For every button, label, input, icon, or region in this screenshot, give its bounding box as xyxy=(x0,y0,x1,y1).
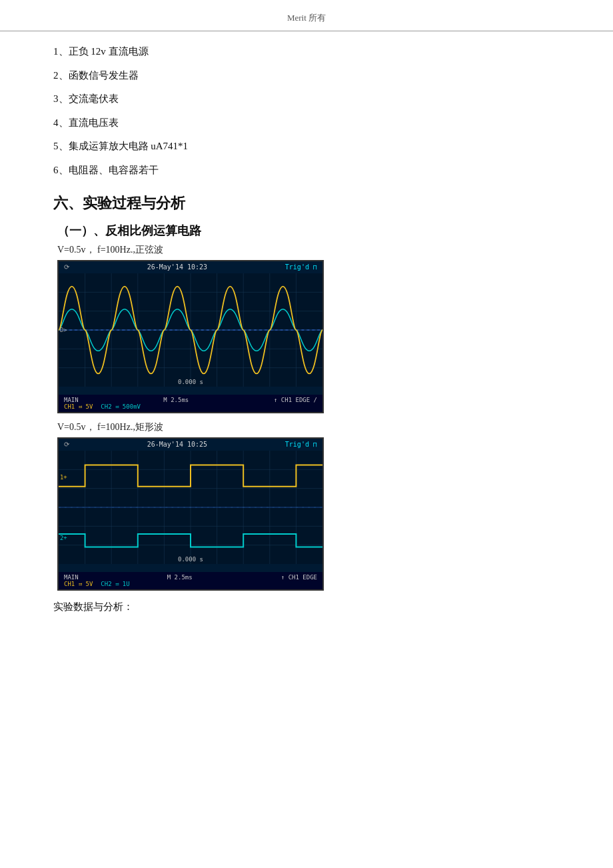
list-item-3: 3、交流毫伏表 xyxy=(53,91,560,108)
main-content: 1、正负 12v 直流电源 2、函数信号发生器 3、交流毫伏表 4、直流电压表 … xyxy=(0,43,613,643)
osc2-footer-row2: CH1 ≕ 5V CH2 ≕ 1U xyxy=(64,581,317,587)
osc1-footer-main-label: MAIN xyxy=(64,397,79,403)
list-item-1: 1、正负 12v 直流电源 xyxy=(53,43,560,61)
osc2-header-center: 26-May'14 10:25 xyxy=(147,441,207,448)
osc2-time-marker: 0.000 s xyxy=(178,556,203,563)
osc2-footer: MAIN M 2.5ms ↑ CH1 EDGE CH1 ≕ 5V CH2 ≕ 1… xyxy=(59,572,322,589)
svg-text:1+: 1+ xyxy=(60,474,67,481)
osc1-header-center: 26-May'14 10:23 xyxy=(147,263,207,271)
osc2-ch1-label: CH1 ≕ 5V xyxy=(64,581,93,587)
osc1-params: V=0.5v， f=100Hz.,正弦波 xyxy=(57,244,560,256)
header-text: Merit 所有 xyxy=(287,13,326,23)
page-header: Merit 所有 xyxy=(0,0,613,31)
osc2-header-left: ⟳ xyxy=(64,441,69,448)
oscilloscope-1: ⟳ 26-May'14 10:23 Trig'd ⊓ xyxy=(57,260,324,413)
osc1-header-right: Trig'd ⊓ xyxy=(285,263,317,271)
section6-title: 六、实验过程与分析 xyxy=(53,193,560,213)
osc2-footer-edge: ↑ CH1 EDGE xyxy=(281,574,317,581)
osc2-footer-row1: MAIN M 2.5ms ↑ CH1 EDGE xyxy=(64,574,317,581)
osc1-header-left: ⟳ xyxy=(64,263,69,271)
page: Merit 所有 1、正负 12v 直流电源 2、函数信号发生器 3、交流毫伏表… xyxy=(0,0,613,868)
svg-text:2+: 2+ xyxy=(60,535,67,541)
osc2-footer-main-label: MAIN xyxy=(64,574,79,581)
osc1-footer: MAIN M 2.5ms ↑ CH1 EDGE / CH1 ≕ 5V CH2 ≕… xyxy=(59,395,322,412)
osc1-footer-row1: MAIN M 2.5ms ↑ CH1 EDGE / xyxy=(64,397,317,403)
osc1-footer-main: M 2.5ms xyxy=(163,397,189,403)
osc2-ch2-label: CH2 ≕ 1U xyxy=(101,581,129,587)
osc1-header: ⟳ 26-May'14 10:23 Trig'd ⊓ xyxy=(59,261,322,271)
oscilloscope-2: ⟳ 26-May'14 10:25 Trig'd ⊓ xyxy=(57,437,324,591)
list-item-6: 6、电阻器、电容器若干 xyxy=(53,162,560,179)
osc2-canvas: 1+ 2+ 0.000 s xyxy=(59,451,322,564)
osc2-footer-main: M 2.5ms xyxy=(167,574,193,581)
osc1-footer-edge: ↑ CH1 EDGE / xyxy=(274,397,317,403)
osc1-footer-row2: CH1 ≕ 5V CH2 ≕ 500mV xyxy=(64,403,317,410)
osc2-params: V=0.5v， f=100Hz.,矩形波 xyxy=(57,421,560,433)
osc2-header: ⟳ 26-May'14 10:25 Trig'd ⊓ xyxy=(59,439,322,448)
osc1-time-marker: 0.000 s xyxy=(178,379,203,385)
analysis-label: 实验数据与分析： xyxy=(53,599,560,616)
list-item-5: 5、集成运算放大电路 uA741*1 xyxy=(53,138,560,155)
list-item-2: 2、函数信号发生器 xyxy=(53,67,560,85)
osc2-header-right: Trig'd ⊓ xyxy=(285,441,317,448)
subsection1-title: （一）、反相比例运算电路 xyxy=(57,223,560,239)
osc1-ch1-label: CH1 ≕ 5V xyxy=(64,403,93,410)
osc1-canvas: D> 0.000 s xyxy=(59,273,322,387)
equipment-list: 1、正负 12v 直流电源 2、函数信号发生器 3、交流毫伏表 4、直流电压表 … xyxy=(53,43,560,179)
osc1-ch2-label: CH2 ≕ 500mV xyxy=(101,403,141,410)
list-item-4: 4、直流电压表 xyxy=(53,115,560,132)
